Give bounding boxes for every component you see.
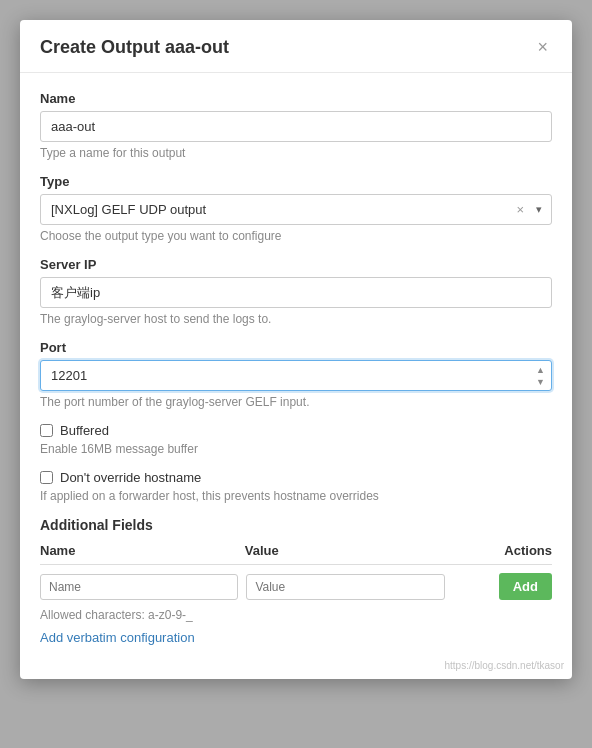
port-spinner: ▲ ▼ xyxy=(533,364,548,387)
server-ip-input[interactable] xyxy=(40,277,552,308)
close-button[interactable]: × xyxy=(533,36,552,58)
modal-dialog: Create Output aaa-out × Name Type a name… xyxy=(20,20,572,679)
server-ip-label: Server IP xyxy=(40,257,552,272)
modal-header: Create Output aaa-out × xyxy=(20,20,572,73)
watermark-text: https://blog.csdn.net/tkasor xyxy=(444,660,564,671)
name-input[interactable] xyxy=(40,111,552,142)
port-down-button[interactable]: ▼ xyxy=(533,376,548,387)
type-hint: Choose the output type you want to confi… xyxy=(40,229,552,243)
additional-fields-section: Additional Fields Name Value Actions Add… xyxy=(40,517,552,645)
port-input-wrapper: ▲ ▼ xyxy=(40,360,552,391)
type-group: Type × ▾ Choose the output type you want… xyxy=(40,174,552,243)
additional-fields-title: Additional Fields xyxy=(40,517,552,533)
additional-field-value-input[interactable] xyxy=(246,574,444,600)
port-hint: The port number of the graylog-server GE… xyxy=(40,395,552,409)
override-hostname-label: Don't override hostname xyxy=(60,470,201,485)
port-up-button[interactable]: ▲ xyxy=(533,364,548,375)
buffered-label: Buffered xyxy=(60,423,109,438)
additional-fields-row: Add xyxy=(40,573,552,600)
type-select-wrapper: × ▾ xyxy=(40,194,552,225)
name-hint: Type a name for this output xyxy=(40,146,552,160)
buffered-hint: Enable 16MB message buffer xyxy=(40,442,552,456)
buffered-checkbox-group: Buffered xyxy=(40,423,552,438)
override-hostname-group: Don't override hostname If applied on a … xyxy=(40,470,552,503)
override-hostname-checkbox[interactable] xyxy=(40,471,53,484)
port-input[interactable] xyxy=(40,360,552,391)
modal-body: Name Type a name for this output Type × … xyxy=(20,73,572,679)
col-name-header: Name xyxy=(40,543,245,558)
type-label: Type xyxy=(40,174,552,189)
buffered-group: Buffered Enable 16MB message buffer xyxy=(40,423,552,456)
name-group: Name Type a name for this output xyxy=(40,91,552,160)
modal-title: Create Output aaa-out xyxy=(40,37,229,58)
col-value-header: Value xyxy=(245,543,450,558)
allowed-chars-text: Allowed characters: a-z0-9-_ xyxy=(40,608,552,622)
override-hostname-hint: If applied on a forwarder host, this pre… xyxy=(40,489,552,503)
add-field-button[interactable]: Add xyxy=(499,573,552,600)
modal-overlay: Create Output aaa-out × Name Type a name… xyxy=(0,0,592,748)
name-label: Name xyxy=(40,91,552,106)
type-clear-icon[interactable]: × xyxy=(516,202,524,217)
additional-fields-header: Name Value Actions xyxy=(40,543,552,565)
type-input[interactable] xyxy=(40,194,552,225)
verbatim-config-link[interactable]: Add verbatim configuration xyxy=(40,630,552,645)
override-checkbox-group: Don't override hostname xyxy=(40,470,552,485)
col-actions-header: Actions xyxy=(450,543,552,558)
server-ip-group: Server IP The graylog-server host to sen… xyxy=(40,257,552,326)
port-label: Port xyxy=(40,340,552,355)
server-ip-hint: The graylog-server host to send the logs… xyxy=(40,312,552,326)
additional-field-name-input[interactable] xyxy=(40,574,238,600)
buffered-checkbox[interactable] xyxy=(40,424,53,437)
port-group: Port ▲ ▼ The port number of the graylog-… xyxy=(40,340,552,409)
